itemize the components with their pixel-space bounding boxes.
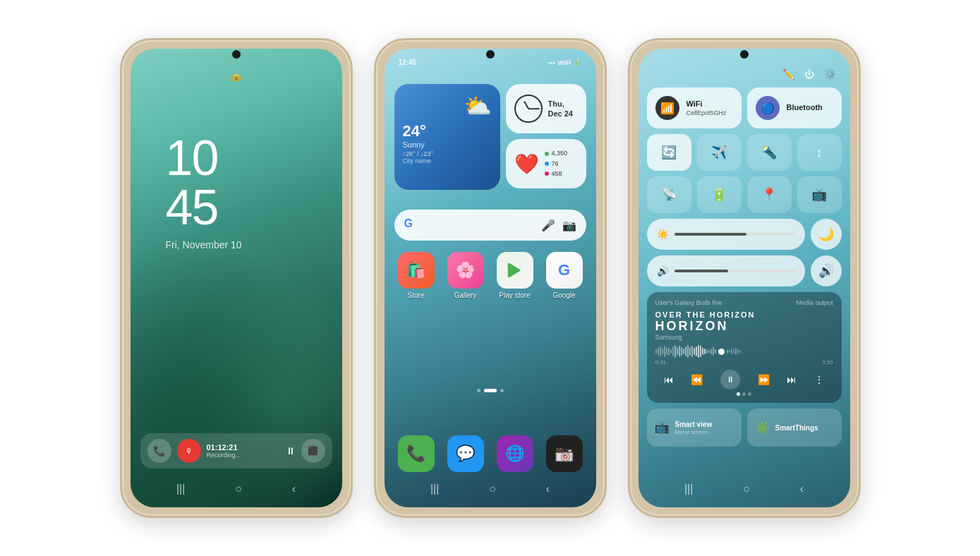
bluetooth-label: Bluetooth — [787, 103, 823, 112]
data-toggle[interactable]: ↕️ — [797, 134, 842, 171]
health-widget[interactable]: ❤️ 4,350 76 4 — [506, 139, 586, 188]
gallery-icon: 🌸 — [447, 252, 484, 289]
more-options-icon[interactable]: ⋮ — [814, 374, 824, 385]
location-toggle[interactable]: 🔄 — [647, 134, 691, 171]
cc-panel: 📶 WiFi CellEpot5GHz 🔵 Bluetooth — [647, 87, 842, 469]
wifi-toggle[interactable]: 📶 WiFi CellEpot5GHz — [647, 87, 742, 128]
app-store-label: Store — [408, 291, 425, 299]
brightness-slider[interactable]: ☀️ — [647, 219, 805, 250]
prev-track-icon[interactable]: ⏮ — [664, 374, 674, 385]
weather-desc: Sunny — [403, 140, 492, 149]
wifi-label: WiFi — [686, 99, 727, 109]
lock-minute: 45 — [166, 183, 218, 232]
clock-date: Dec 24 — [548, 109, 573, 119]
internet-app-icon: 🌐 — [497, 435, 533, 472]
smart-view-btn[interactable]: 📺 Smart view Mirror screen — [647, 409, 742, 447]
edit-icon[interactable]: ✏️ — [782, 68, 794, 80]
notif-phone-icon[interactable]: 📞 — [147, 439, 171, 463]
volume-fill — [674, 270, 729, 272]
smart-view-label: Smart view — [675, 420, 713, 429]
lock-notification-bar[interactable]: 📞 🎙 01:12:21 Recording... ⏸ ⬛ — [140, 433, 332, 469]
phone-call-icon: 📞 — [153, 445, 165, 457]
nav2-back-icon[interactable]: ‹ — [546, 483, 550, 495]
app-phone[interactable]: 📞 — [394, 435, 438, 472]
nav-home-icon[interactable]: ○ — [235, 483, 242, 495]
steps-count: 4,350 — [552, 148, 568, 158]
brightness-fill — [674, 233, 747, 236]
app-messages[interactable]: 💬 — [444, 435, 488, 472]
lock-time: 10 45 — [166, 133, 218, 232]
nav-bar-2: ||| ○ ‹ — [385, 476, 596, 502]
flashlight-toggle[interactable]: 🔦 — [747, 134, 792, 171]
nav-back-icon[interactable]: ‹ — [292, 483, 296, 495]
weather-widget[interactable]: ⛅ 24° Sunny ↑26° / ↓23° City name — [394, 84, 500, 190]
powersave-icon: 🔋 — [711, 187, 727, 203]
lens-search-icon[interactable]: 📷 — [562, 219, 576, 232]
nav-recent-icon[interactable]: ||| — [176, 483, 185, 495]
dark-mode-toggle[interactable]: 🌙 — [811, 219, 842, 250]
nav3-recent-icon[interactable]: ||| — [684, 483, 693, 495]
nav2-recent-icon[interactable]: ||| — [430, 483, 439, 495]
smart-things-btn[interactable]: ✳️ SmartThings — [747, 409, 842, 447]
wifi-info: WiFi CellEpot5GHz — [686, 99, 727, 116]
app-internet[interactable]: 🌐 — [493, 435, 537, 472]
phone-2: 12:45 ▪▪▪ WiFi 🔋 ⛅ 24° Sunny ↑26° / ↓2 — [374, 38, 607, 518]
sound-icon: 🔊 — [818, 263, 834, 279]
power-icon[interactable]: ⏻ — [804, 68, 814, 80]
next-track-icon[interactable]: ⏭ — [787, 374, 797, 385]
play-pause-btn[interactable]: ⏸ — [720, 370, 740, 389]
app-gallery[interactable]: 🌸 Gallery — [444, 252, 488, 299]
clock-widget[interactable]: Thu, Dec 24 — [506, 84, 586, 133]
app-camera[interactable]: 📷 — [543, 435, 586, 472]
brightness-icon: ☀️ — [657, 229, 669, 240]
clock-health-column: Thu, Dec 24 ❤️ 4,350 — [506, 84, 586, 197]
volume-track — [674, 270, 795, 272]
media-total-time: 3:20 — [822, 359, 833, 365]
nav3-home-icon[interactable]: ○ — [743, 483, 750, 495]
pause-icon[interactable]: ⏸ — [286, 445, 296, 457]
bluetooth-info: Bluetooth — [787, 103, 823, 112]
powersave-toggle[interactable]: 🔋 — [697, 176, 742, 213]
bluetooth-toggle[interactable]: 🔵 Bluetooth — [747, 87, 842, 128]
weather-range: ↑26° / ↓23° — [403, 150, 492, 157]
airplane-toggle[interactable]: ✈️ — [697, 134, 742, 171]
voice-search-icon[interactable]: 🎤 — [541, 219, 555, 232]
app-google-label: Google — [552, 291, 575, 299]
volume-row: 🔊 🔊 — [647, 255, 842, 286]
search-bar[interactable]: G 🎤 📷 — [394, 210, 586, 241]
camera-notch-3 — [740, 50, 749, 59]
weather-temp: 24° — [403, 122, 492, 140]
dot-2-active — [484, 389, 497, 392]
nav3-back-icon[interactable]: ‹ — [800, 483, 804, 495]
rewind-icon[interactable]: ⏪ — [691, 374, 703, 385]
notif-camera-icon[interactable]: ⬛ — [301, 439, 325, 463]
camera-notch-2 — [486, 50, 495, 59]
settings-icon[interactable]: ⚙️ — [824, 68, 836, 80]
status-bar: 12:45 ▪▪▪ WiFi 🔋 — [399, 59, 582, 66]
app-play-store[interactable]: Play store — [493, 252, 537, 299]
cc-header: ✏️ ⏻ ⚙️ — [782, 68, 836, 80]
smart-things-icon: ✳️ — [754, 420, 770, 435]
gps-icon: 📍 — [761, 187, 777, 203]
notif-record-icon[interactable]: 🎙 — [177, 439, 201, 463]
media-times: 0:41 3:20 — [655, 359, 833, 365]
forward-icon[interactable]: ⏩ — [758, 374, 770, 385]
gps-toggle[interactable]: 📍 — [747, 176, 792, 213]
app-google[interactable]: G Google — [543, 252, 586, 299]
location-icon: 🔄 — [661, 145, 677, 160]
nav2-home-icon[interactable]: ○ — [489, 483, 496, 495]
volume-slider[interactable]: 🔊 — [647, 255, 805, 286]
lock-icon: 🔒 — [229, 68, 243, 82]
media-page-dots — [655, 392, 833, 396]
google-app-icon: G — [546, 252, 583, 289]
nav-bar-1: ||| ○ ‹ — [131, 476, 342, 502]
app-store[interactable]: 🛍️ Store — [394, 252, 438, 299]
media-output-label[interactable]: Media output — [796, 299, 833, 306]
nfc-toggle[interactable]: 📡 — [647, 176, 691, 213]
sound-toggle[interactable]: 🔊 — [811, 255, 842, 286]
wifi-toggle-icon: 📶 — [655, 96, 679, 120]
screenshare-toggle[interactable]: 📺 — [797, 176, 842, 213]
wifi-icon-status: WiFi — [558, 59, 571, 66]
clock-day-info: Thu, Dec 24 — [548, 99, 573, 119]
notif-time: 01:12:21 — [207, 443, 280, 452]
